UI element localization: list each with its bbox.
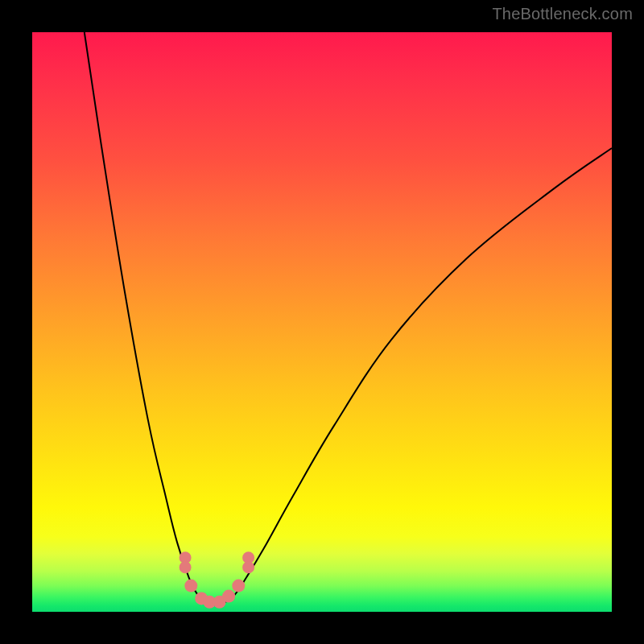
chart-frame: TheBottleneck.com bbox=[0, 0, 644, 644]
watermark-text: TheBottleneck.com bbox=[492, 5, 633, 23]
marker-lozenge bbox=[242, 561, 254, 573]
marker-dot bbox=[222, 590, 235, 603]
curve-markers bbox=[180, 551, 255, 609]
curve-svg bbox=[32, 32, 612, 612]
bottleneck-curve bbox=[85, 32, 612, 605]
marker-dot bbox=[184, 580, 197, 592]
plot-area bbox=[32, 32, 612, 612]
marker-dot bbox=[232, 580, 245, 592]
marker-lozenge bbox=[180, 561, 192, 573]
